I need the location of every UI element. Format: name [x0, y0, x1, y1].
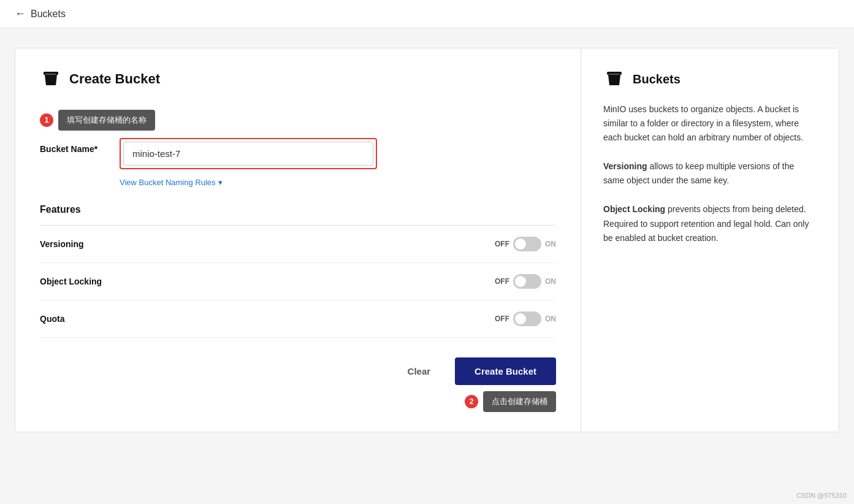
naming-rules-label: View Bucket Naming Rules — [120, 178, 216, 187]
object-locking-on-label: ON — [545, 277, 556, 286]
svg-rect-4 — [609, 74, 620, 75]
clear-button[interactable]: Clear — [395, 359, 443, 384]
quota-on-label: ON — [545, 315, 556, 323]
object-locking-label: Object Locking — [40, 277, 102, 286]
svg-rect-2 — [45, 74, 56, 75]
field-label: Bucket Name* — [40, 138, 107, 154]
features-title: Features — [40, 204, 556, 215]
object-locking-heading: Object Locking — [603, 204, 665, 214]
field-wrapper: Bucket Name* — [40, 138, 556, 169]
object-locking-toggle[interactable] — [513, 274, 541, 289]
sidebar-para1: MinIO uses buckets to organize objects. … — [603, 102, 817, 145]
quota-row: Quota OFF ON — [40, 300, 556, 338]
object-locking-off-label: OFF — [495, 277, 509, 286]
panel-title: Create Bucket — [69, 71, 160, 87]
top-bar: ← Buckets — [0, 0, 854, 28]
sidebar-object-locking-desc: Object Locking prevents objects from bei… — [603, 202, 817, 245]
right-title: Buckets — [633, 72, 681, 86]
action-row: Clear Create Bucket — [40, 357, 556, 385]
sidebar-versioning-desc: Versioning allows to keep multiple versi… — [603, 159, 817, 188]
versioning-toggle[interactable] — [513, 237, 541, 251]
versioning-toggle-group: OFF ON — [495, 237, 556, 251]
input-highlight-box — [120, 138, 377, 169]
bucket-name-section: Bucket Name* View Bucket Naming Rules ▾ — [40, 138, 556, 187]
step2-row: 2 点击创建存储桶 — [40, 391, 556, 412]
quota-toggle-group: OFF ON — [495, 311, 556, 326]
step2-badge: 2 — [465, 395, 478, 408]
create-bucket-button[interactable]: Create Bucket — [455, 357, 556, 385]
right-bucket-icon — [603, 68, 625, 90]
versioning-row: Versioning OFF ON — [40, 226, 556, 263]
panel-header: Create Bucket — [40, 68, 556, 90]
object-locking-toggle-group: OFF ON — [495, 274, 556, 289]
card-wrapper: Create Bucket 1 填写创建存储桶的名称 Bucket Name* … — [15, 48, 839, 432]
versioning-off-label: OFF — [495, 240, 509, 248]
quota-toggle[interactable] — [513, 311, 541, 326]
versioning-slider — [513, 237, 541, 251]
object-locking-slider — [513, 274, 541, 289]
tooltip1-container: 1 填写创建存储桶的名称 — [40, 110, 155, 131]
back-link[interactable]: ← Buckets — [15, 7, 66, 20]
object-locking-row: Object Locking OFF ON — [40, 263, 556, 300]
quota-slider — [513, 311, 541, 326]
quota-off-label: OFF — [495, 315, 509, 323]
right-header: Buckets — [603, 68, 817, 90]
versioning-heading: Versioning — [603, 161, 647, 171]
bucket-name-input[interactable] — [123, 142, 373, 166]
left-panel: Create Bucket 1 填写创建存储桶的名称 Bucket Name* … — [15, 48, 581, 432]
step1-badge: 1 — [40, 113, 53, 127]
bucket-icon — [40, 68, 62, 90]
chevron-down-icon: ▾ — [218, 178, 223, 187]
back-arrow-icon: ← — [15, 7, 26, 20]
versioning-label: Versioning — [40, 239, 84, 249]
features-section: Features Versioning OFF ON — [40, 204, 556, 338]
versioning-on-label: ON — [545, 240, 556, 248]
main-content: Create Bucket 1 填写创建存储桶的名称 Bucket Name* … — [0, 28, 854, 452]
naming-rules-link[interactable]: View Bucket Naming Rules ▾ — [120, 178, 223, 187]
tooltip1-bubble: 填写创建存储桶的名称 — [58, 110, 155, 131]
tooltip2-bubble: 点击创建存储桶 — [483, 391, 556, 412]
right-panel: Buckets MinIO uses buckets to organize o… — [581, 48, 839, 432]
back-label: Buckets — [31, 9, 66, 20]
quota-label: Quota — [40, 314, 64, 324]
